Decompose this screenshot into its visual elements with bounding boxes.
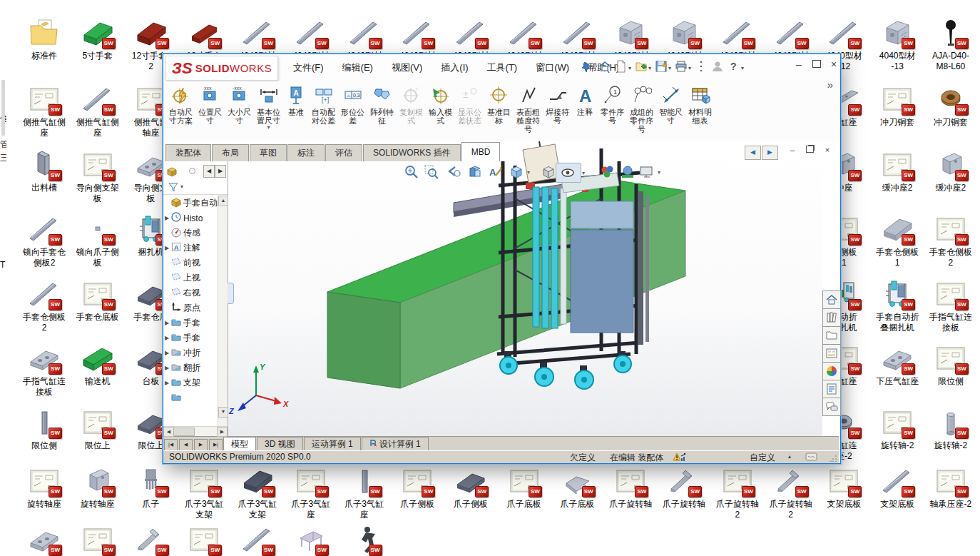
resize-grip[interactable] xyxy=(830,454,837,461)
dropdown-caret-icon[interactable]: ▾ xyxy=(527,169,530,176)
ribbon-overflow-button[interactable]: » xyxy=(827,79,833,91)
tab-markup[interactable]: 标注 xyxy=(287,144,325,161)
ribbon-pattern-feature-button[interactable]: 阵列特 征 xyxy=(367,81,397,126)
more-button[interactable] xyxy=(695,60,708,76)
filter-caret-icon[interactable]: ▾ xyxy=(180,183,183,190)
tree-item-sensors[interactable]: 传感 xyxy=(163,226,218,241)
menu-window[interactable]: 窗口(W) xyxy=(536,61,569,74)
assembly-3d-model[interactable]: YXZ xyxy=(228,141,822,436)
apply-scene-icon[interactable] xyxy=(618,163,637,181)
edit-appearance-icon[interactable] xyxy=(598,163,617,181)
appearances-icon[interactable] xyxy=(822,363,841,380)
print-button[interactable]: ▾ xyxy=(675,60,691,76)
dropdown-caret-icon[interactable]: ▾ xyxy=(267,125,270,130)
dropdown-caret-icon[interactable]: ▾ xyxy=(741,65,744,71)
desktop-icon[interactable]: SW转子转轴 xyxy=(231,522,284,556)
ribbon-balloon-button[interactable]: 1零件序 号 xyxy=(598,81,627,126)
menu-tools[interactable]: 工具(T) xyxy=(487,61,518,74)
units-caret-icon[interactable]: ▴ xyxy=(788,453,791,460)
ribbon-surface-finish-button[interactable]: 表面粗 糙度符 号 xyxy=(514,81,543,134)
tree-item-folder-glove[interactable]: ▶手套 xyxy=(163,315,218,330)
desktop-icon[interactable]: SW旋转轴-2 xyxy=(924,405,977,451)
maximize-button[interactable] xyxy=(809,59,825,70)
panel-splitter-tab[interactable] xyxy=(228,283,234,304)
desktop-icon[interactable]: SW爪子3气缸 座 xyxy=(338,464,391,520)
hide-show-items-icon[interactable]: ▾ xyxy=(556,163,581,183)
tab-sketch[interactable]: 草图 xyxy=(250,144,287,161)
home-icon[interactable] xyxy=(822,290,841,309)
tree-vertical-scrollbar[interactable]: ▲ ▼ xyxy=(218,196,228,427)
rebuild-warning-icon[interactable] xyxy=(673,453,687,464)
forum-icon[interactable] xyxy=(822,398,841,416)
desktop-icon[interactable]: SW限位侧 xyxy=(18,405,71,451)
dropdown-caret-icon[interactable]: ▾ xyxy=(628,65,631,71)
desktop-icon[interactable]: SW手套自动折 叠捆扎机 xyxy=(871,277,924,333)
dropdown-caret-icon[interactable]: ▾ xyxy=(648,65,651,71)
help-button[interactable]: ?▾ xyxy=(728,60,744,76)
desktop-icon[interactable]: SW爪子旋转轴 2 xyxy=(765,464,817,520)
expand-arrow-icon[interactable]: ▶ xyxy=(163,365,170,371)
menu-insert[interactable]: 插入(I) xyxy=(441,61,468,74)
section-view-icon[interactable] xyxy=(466,163,485,181)
save-button[interactable]: !▾ xyxy=(655,60,671,76)
doc-tab-3d-views[interactable]: 3D 视图 xyxy=(257,437,303,451)
tree-horizontal-scrollbar[interactable]: ◀ ▶ xyxy=(163,426,228,436)
sheet-nav-icon[interactable]: |◀ xyxy=(164,439,178,451)
home-button[interactable] xyxy=(598,60,611,76)
desktop-icon[interactable]: SW爪子3气缸 座 xyxy=(285,464,337,520)
units-selector[interactable]: 自定义 xyxy=(750,452,775,464)
menu-file[interactable]: 文件(F) xyxy=(293,61,324,74)
desktop-icon[interactable]: SW桌子 xyxy=(285,522,337,556)
expand-arrow-icon[interactable]: ▶ xyxy=(163,215,170,221)
desktop-icon[interactable]: SW输送机 xyxy=(71,341,124,387)
desktop-icon[interactable]: SW爪子旋转轴 2 xyxy=(711,464,764,520)
ribbon-datum-button[interactable]: A基准 xyxy=(283,81,309,117)
ribbon-datum-target-button[interactable]: 基准目 标 xyxy=(484,81,514,126)
desktop-icon[interactable]: SW爪子底板 xyxy=(551,464,604,510)
open-button[interactable]: ▾ xyxy=(635,60,651,76)
tab-evaluate[interactable]: 评估 xyxy=(325,144,362,161)
pin-menu-icon[interactable] xyxy=(581,61,592,76)
ribbon-geometric-tolerance-button[interactable]: ⌓0.3形位公 差 xyxy=(338,81,367,126)
desktop-icon[interactable]: SW轴承压座-2 xyxy=(924,464,977,510)
ribbon-basic-location-dimension-button[interactable]: 基本位 置尺寸▾ xyxy=(254,81,283,131)
desktop-icon[interactable]: SW爪子侧板 xyxy=(391,464,444,510)
desktop-icon[interactable]: SW出料槽 xyxy=(18,148,71,193)
tab-scroll-left-icon[interactable]: ◀ xyxy=(745,146,761,160)
zoom-to-area-icon[interactable] xyxy=(422,163,441,181)
filter-icon[interactable] xyxy=(168,181,179,196)
tree-item-folder-punch[interactable]: ▶冲折 xyxy=(163,345,218,360)
tree-item-top-plane[interactable]: 上视 xyxy=(163,271,218,285)
ribbon-auto-pair-tolerance-button[interactable]: [+]自动配 对公差 xyxy=(309,81,338,126)
desktop-icon[interactable]: SW侧推气缸侧 座 xyxy=(18,82,71,138)
desktop-icon[interactable]: SW旋转轴座 xyxy=(71,464,124,510)
scroll-down-icon[interactable]: ▼ xyxy=(218,407,228,418)
custom-properties-icon[interactable] xyxy=(822,380,841,398)
desktop-icon[interactable]: SW爪子旋转轴 xyxy=(604,464,657,510)
doc-tab-motion-study-1[interactable]: 运动算例 1 xyxy=(304,437,361,451)
tree-item-folder-bracket[interactable]: ▶支架 xyxy=(163,375,218,390)
desktop-icon[interactable]: SW5寸手套 xyxy=(71,16,124,61)
panel-tab-next-icon[interactable]: ▶ xyxy=(215,165,226,178)
desktop-icon[interactable]: SW爪子侧板 xyxy=(444,464,497,510)
new-document-button[interactable]: ▾ xyxy=(615,60,631,76)
previous-view-icon[interactable] xyxy=(445,163,464,181)
desktop-icon[interactable]: SW手套仓底板 xyxy=(71,277,124,323)
desktop-icon[interactable]: SW支架底板 xyxy=(817,464,870,510)
ribbon-smart-dimension-button[interactable]: 智能尺 寸 xyxy=(656,81,685,126)
desktop-icon[interactable]: SW转子4转轴 xyxy=(125,522,178,556)
ribbon-import-scheme-button[interactable]: 输入模 式 xyxy=(426,81,455,126)
desktop-icon[interactable]: SW转子转轴 xyxy=(178,522,230,556)
tree-item-folder-glove-2[interactable]: ▶手套 xyxy=(163,330,218,345)
close-button[interactable]: × xyxy=(826,59,842,70)
tree-item-right-plane[interactable]: 右视 xyxy=(163,285,218,300)
tree-item-history[interactable]: ▶Histo xyxy=(163,211,218,226)
tree-item-folder-partial[interactable] xyxy=(163,390,218,405)
desktop-icon[interactable]: SW手套仓侧板 2 xyxy=(18,277,71,333)
tab-assembly[interactable]: 装配体 xyxy=(165,144,211,161)
expand-arrow-icon[interactable]: ▶ xyxy=(163,350,170,356)
desktop-icon[interactable]: SW转子4转轴 xyxy=(71,522,124,556)
tree-item-front-plane[interactable]: 前视 xyxy=(163,256,218,271)
annotation-views-icon[interactable]: A xyxy=(486,163,505,181)
feature-manager-tab-icon[interactable] xyxy=(166,166,178,180)
